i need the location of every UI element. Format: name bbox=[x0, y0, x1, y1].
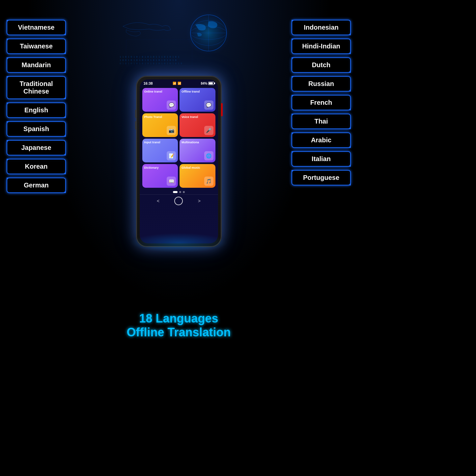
phone-body: 16:38 📶 📶 84% Online transl💬Offline tran… bbox=[136, 76, 222, 247]
status-icons: 📶 📶 bbox=[173, 82, 181, 85]
lang-badge-hindi-indian: Hindi-Indian bbox=[292, 39, 351, 54]
title-line1: 18 Languages bbox=[126, 312, 231, 325]
nav-forward-icon[interactable]: > bbox=[198, 198, 201, 204]
lang-badge-indonesian: Indonesian bbox=[292, 20, 351, 35]
app-title-multinational: Multinationa bbox=[182, 141, 213, 144]
lang-badge-italian: Italian bbox=[292, 151, 351, 167]
svg-rect-6 bbox=[126, 40, 192, 66]
lang-badge-russian: Russian bbox=[292, 76, 351, 92]
bottom-nav: < > bbox=[140, 194, 218, 208]
svg-text:1 1 0 1 0 1 0 | 0 1 0 1 0 1 1 : 1 1 0 1 0 1 0 | 0 1 0 1 0 1 1 1 0 1 0 1 … bbox=[120, 56, 179, 58]
lang-badge-korean: Korean bbox=[7, 159, 66, 174]
app-icon-voice-transl: 🎤 bbox=[204, 126, 213, 135]
app-icon-multinational: 🌐 bbox=[204, 151, 213, 160]
lang-badge-thai: Thai bbox=[292, 114, 351, 129]
app-tile-offline-transl[interactable]: Offline transl💬 bbox=[180, 88, 215, 112]
main-title-block: 18 Languages Offline Translation bbox=[126, 312, 231, 339]
lang-badge-vietnamese: Vietnamese bbox=[7, 20, 66, 35]
battery-fill bbox=[209, 82, 213, 84]
lang-badge-english: English bbox=[7, 102, 66, 118]
app-tile-dictionary[interactable]: Dictionary📖 bbox=[142, 164, 178, 188]
volume-down-button[interactable] bbox=[135, 121, 137, 129]
app-icon-input-transl: 📝 bbox=[167, 151, 176, 160]
app-tile-multinational[interactable]: Multinationa🌐 bbox=[180, 139, 215, 162]
lang-badge-mandarin: Mandarin bbox=[7, 57, 66, 73]
phone-screen: 16:38 📶 📶 84% Online transl💬Offline tran… bbox=[140, 79, 218, 243]
battery-percent: 84% bbox=[201, 82, 207, 85]
app-tile-input-transl[interactable]: Input transl📝 bbox=[142, 139, 178, 162]
nav-dots bbox=[140, 189, 218, 194]
app-tile-photo-transl[interactable]: Photo Transl📷 bbox=[142, 113, 178, 137]
volume-up-button[interactable] bbox=[135, 110, 137, 118]
nav-dot-1 bbox=[173, 191, 178, 193]
app-title-dictionary: Dictionary bbox=[144, 166, 176, 169]
app-title-global-music: Global music bbox=[182, 166, 213, 169]
app-icon-offline-transl: 💬 bbox=[204, 100, 213, 110]
nav-dot-2 bbox=[179, 191, 181, 193]
status-battery-area: 84% bbox=[201, 82, 214, 85]
svg-text:0 1 0 1 0 1 0 1 0 1 0 1 0 1 0 : 0 1 0 1 0 1 0 1 0 1 0 1 0 1 0 1 0 1 0 1 … bbox=[120, 62, 182, 65]
status-bar: 16:38 📶 📶 84% bbox=[140, 79, 218, 87]
app-icon-dictionary: 📖 bbox=[167, 177, 176, 186]
svg-text:1 0 0 1 0 1 0 1 0 1 0 1 0 1 0 : 1 0 0 1 0 1 0 1 0 1 0 1 0 1 0 1 0 1 0 1 … bbox=[120, 59, 177, 62]
app-grid: Online transl💬Offline transl💬Photo Trans… bbox=[140, 87, 218, 189]
bluetooth-icon: 📶 bbox=[173, 82, 176, 85]
app-tile-global-music[interactable]: Global music🎵 bbox=[180, 164, 215, 188]
app-icon-online-transl: 💬 bbox=[167, 100, 176, 110]
app-tile-voice-transl[interactable]: Voice transl🎤 bbox=[180, 113, 215, 137]
right-language-column: IndonesianHindi-IndianDutchRussianFrench… bbox=[292, 20, 351, 185]
nav-dot-3 bbox=[183, 191, 185, 193]
tech-background: 1 1 0 1 0 1 0 | 0 1 0 1 0 1 1 1 0 1 0 1 … bbox=[110, 7, 248, 79]
lang-badge-french: French bbox=[292, 95, 351, 110]
lang-badge-taiwanese: Taiwanese bbox=[7, 39, 66, 54]
lang-badge-dutch: Dutch bbox=[292, 57, 351, 73]
left-language-column: VietnameseTaiwaneseMandarinTraditional C… bbox=[7, 20, 66, 193]
lang-badge-arabic: Arabic bbox=[292, 132, 351, 148]
battery-icon bbox=[208, 82, 214, 85]
lang-badge-portuguese: Portuguese bbox=[292, 170, 351, 185]
app-title-photo-transl: Photo Transl bbox=[144, 115, 176, 119]
lang-badge-japanese: Japanese bbox=[7, 140, 66, 155]
phone-glow bbox=[129, 233, 228, 253]
app-title-offline-transl: Offline transl bbox=[182, 90, 213, 93]
app-tile-online-transl[interactable]: Online transl💬 bbox=[142, 88, 178, 112]
power-button[interactable] bbox=[221, 103, 223, 116]
lang-badge-spanish: Spanish bbox=[7, 121, 66, 137]
wifi-icon: 📶 bbox=[178, 82, 181, 85]
app-title-input-transl: Input transl bbox=[144, 141, 176, 144]
nav-back-icon[interactable]: < bbox=[157, 198, 159, 204]
app-title-voice-transl: Voice transl bbox=[182, 115, 213, 119]
phone-device: 16:38 📶 📶 84% Online transl💬Offline tran… bbox=[136, 76, 222, 247]
lang-badge-traditional-chinese: Traditional Chinese bbox=[7, 76, 66, 99]
app-icon-global-music: 🎵 bbox=[204, 177, 213, 186]
app-title-online-transl: Online transl bbox=[144, 90, 176, 93]
lang-badge-german: German bbox=[7, 178, 66, 193]
status-time: 16:38 bbox=[144, 81, 153, 85]
nav-home-button[interactable] bbox=[174, 197, 183, 205]
app-icon-photo-transl: 📷 bbox=[167, 126, 176, 135]
title-line2: Offline Translation bbox=[126, 325, 231, 339]
